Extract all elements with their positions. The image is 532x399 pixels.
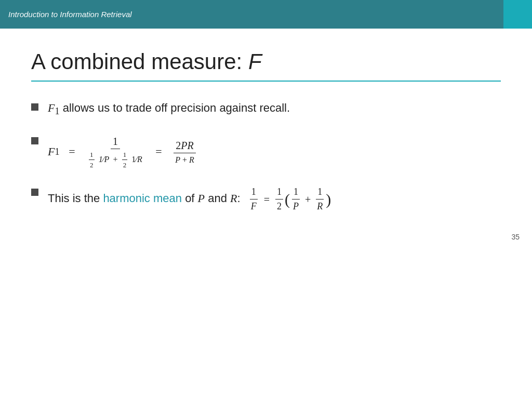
bullet-formula: F1 = 1 1 2 1⁄P + (48, 134, 501, 170)
formula-sub: 1 (55, 145, 59, 159)
formula-frac-simple: 2PR P + R (173, 138, 196, 166)
sf-den1: 2 (89, 160, 95, 170)
hf-frac-1f: 1 F (249, 185, 258, 212)
slide-title-regular: A combined measure: (31, 49, 248, 74)
bullet-item-1: F1 allows us to trade off precision agai… (31, 100, 501, 118)
header: Introduction to Information Retrieval (0, 0, 532, 29)
harmonic-text-before: This is the (48, 192, 103, 205)
hf-1p-num: 1 (292, 185, 300, 199)
title-underline (31, 81, 501, 82)
header-accent (503, 0, 532, 29)
formula-frac-main: 1 1 2 1⁄P + 1 2 1 (86, 134, 144, 170)
hf-half-den: 2 (275, 200, 283, 213)
hf-eq: = (264, 192, 270, 207)
hf-frac-half: 1 2 (275, 185, 283, 212)
harmonic-text-middle: of (182, 192, 198, 205)
formula-denominator: 1 2 1⁄P + 1 2 1⁄R (86, 149, 144, 170)
harmonic-highlight: harmonic mean (103, 192, 182, 205)
formula-f1: F1 = 1 1 2 1⁄P + (48, 134, 198, 170)
hf-1r-num: 1 (316, 185, 324, 199)
sf-num1: 1 (89, 150, 95, 160)
bullet-item-2: F1 = 1 1 2 1⁄P + (31, 134, 501, 170)
hf-num-1: 1 (250, 185, 258, 199)
sf-den2: 2 (122, 160, 128, 170)
formula-den-pr: P + R (173, 153, 196, 166)
p-label-den: 1⁄P (97, 155, 110, 164)
formula-numerator: 1 (111, 134, 120, 149)
bullets-list: F1 allows us to trade off precision agai… (31, 100, 501, 213)
formula-eq1: = (66, 144, 78, 160)
harmonic-formula: 1 F = 1 2 ( 1 P + 1 (248, 185, 331, 212)
sub-frac-half1: 1 2 (89, 150, 95, 170)
bullet-item-3: This is the harmonic mean of P and R: 1 … (31, 185, 501, 212)
bullet-harmonic: This is the harmonic mean of P and R: 1 … (48, 185, 501, 212)
harmonic-r: R (230, 192, 237, 205)
formula-f: F (48, 144, 55, 160)
slide-content: A combined measure: F F1 allows us to tr… (0, 29, 532, 249)
hf-frac-1p: 1 P (291, 185, 300, 212)
bullet-marker-3 (31, 189, 38, 196)
hf-1p-den: P (291, 200, 300, 213)
harmonic-and: and (205, 192, 230, 205)
harmonic-colon: : (237, 192, 243, 205)
f1-label: F (48, 101, 55, 114)
hf-frac-1r: 1 R (315, 185, 324, 212)
formula-eq2: = (153, 144, 165, 160)
sub-frac-half2: 1 2 (122, 150, 128, 170)
hf-half-num: 1 (275, 185, 283, 199)
bullet-text-1: F1 allows us to trade off precision agai… (48, 100, 501, 118)
hf-plus: + (305, 192, 311, 207)
f1-subscript: 1 (55, 106, 59, 116)
header-title: Introduction to Information Retrieval (8, 10, 132, 19)
hf-paren-open: ( (285, 192, 290, 207)
bullet-1-text: allows us to trade off precision against… (60, 101, 290, 114)
bullet-marker-2 (31, 137, 38, 144)
formula-num-2pr: 2PR (174, 138, 195, 153)
slide-title-italic: F (248, 49, 262, 74)
hf-paren-close: ) (326, 192, 331, 207)
hf-den-f: F (249, 200, 258, 213)
sf-num2: 1 (122, 150, 128, 160)
hf-1r-den: R (315, 200, 324, 213)
r-label-den: 1⁄R (130, 155, 142, 164)
page-number: 35 (511, 233, 520, 241)
bullet-marker-1 (31, 103, 38, 111)
slide-title: A combined measure: F (31, 49, 501, 74)
harmonic-p: P (198, 192, 205, 205)
